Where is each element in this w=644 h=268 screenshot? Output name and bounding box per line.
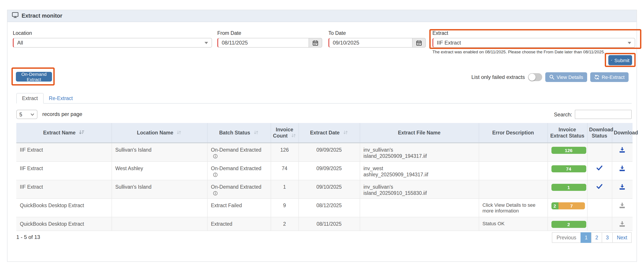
table-row[interactable]: QuickBooks Desktop Extract Extracted 2 0… [16, 217, 632, 230]
cell-extract-name: IIF Extract [16, 143, 112, 161]
pagination-next-button[interactable]: Next [612, 232, 632, 243]
to-date-input[interactable]: 09/10/2025 [328, 38, 412, 48]
status-badge: 2 [551, 220, 586, 228]
submit-label: Submit [614, 58, 630, 63]
download-button[interactable] [619, 165, 626, 172]
pagination: Previous 1 2 3 Next [552, 232, 632, 243]
cell-download [612, 143, 632, 161]
re-extract-button[interactable]: Re-Extract [590, 72, 628, 82]
cell-location-name: West Ashley [112, 161, 207, 180]
toggle-knob [528, 74, 535, 81]
extract-select-value: IIF Extract [437, 40, 461, 46]
location-select[interactable]: All [13, 38, 212, 48]
cell-extract-file-name: inv_sullivan's island_20250910_155830.ii… [360, 180, 479, 198]
download-button[interactable] [619, 184, 626, 191]
cell-error-description [479, 161, 548, 180]
extract-helper-text: The extract was enabled on 08/11/2025. P… [432, 49, 635, 54]
cell-error-description [479, 180, 548, 198]
cell-extract-date: 09/10/2025 [298, 180, 360, 198]
column-header-invoice-extract-status: Invoice Extract Status [548, 123, 587, 143]
chevron-down-icon [30, 113, 34, 116]
view-details-button[interactable]: View Details [545, 72, 587, 82]
failed-extracts-toggle-label: List only failed extracts [472, 74, 525, 80]
on-demand-extract-label: On-Demand Extract [18, 72, 49, 82]
on-demand-extract-button[interactable]: On-Demand Extract [16, 72, 52, 82]
view-details-label: View Details [556, 74, 583, 80]
cell-invoice-count: 126 [271, 143, 298, 161]
table-row[interactable]: IIF Extract Sullivan's Island On-Demand … [16, 180, 632, 198]
table-row[interactable]: IIF Extract Sullivan's Island On-Demand … [16, 143, 632, 161]
cell-extract-name: IIF Extract [16, 161, 112, 180]
download-button[interactable] [619, 202, 626, 210]
to-date-calendar-button[interactable] [412, 38, 426, 48]
pagination-info: 1 - 5 of 13 [16, 234, 40, 240]
to-date-filter: To Date 09/10/2025 [328, 30, 426, 48]
cell-extract-file-name: inv_west ashley_20250909_194317.iif [360, 161, 479, 180]
re-extract-label: Re-Extract [602, 74, 624, 80]
from-date-input[interactable]: 08/11/2025 [217, 38, 309, 48]
downloaded-check-icon [596, 184, 602, 189]
records-per-page-select[interactable]: 5 [16, 110, 38, 119]
pagination-page-3[interactable]: 3 [602, 232, 613, 243]
from-date-calendar-button[interactable] [309, 38, 322, 48]
column-header-extract-name[interactable]: Extract Name [16, 123, 112, 143]
failed-extracts-toggle[interactable] [528, 73, 542, 81]
column-header-location-name[interactable]: Location Name [112, 123, 207, 143]
info-icon[interactable] [213, 154, 218, 159]
column-header-invoice-count[interactable]: Invoice Count [271, 123, 298, 143]
to-date-value: 09/10/2025 [333, 40, 359, 46]
search-label: Search: [554, 111, 572, 118]
tab-extract[interactable]: Extract [16, 93, 44, 104]
pagination-previous-button[interactable]: Previous [552, 232, 581, 243]
download-button[interactable] [619, 220, 626, 228]
pagination-page-1[interactable]: 1 [581, 232, 592, 243]
records-per-page-value: 5 [20, 112, 22, 117]
list-action-bar: List only failed extracts View Details R… [472, 72, 628, 82]
cell-extract-date: 08/11/2025 [298, 217, 360, 230]
table-header-row: Extract Name Location Name [16, 123, 632, 143]
panel-title: Extract monitor [22, 13, 62, 19]
sort-both-icon [176, 130, 182, 135]
monitor-icon [12, 12, 18, 20]
sort-both-icon [291, 133, 296, 138]
column-header-extract-date[interactable]: Extract Date [298, 123, 360, 143]
cell-extract-file-name: inv_sullivan's island_20250909_194317.ii… [360, 143, 479, 161]
cell-extract-name: IIF Extract [16, 180, 112, 198]
cell-invoice-extract-status: 126 [548, 143, 587, 161]
column-header-download: Download [612, 123, 632, 143]
search-input[interactable] [575, 110, 632, 119]
refresh-icon [594, 74, 600, 80]
cell-location-name: Sullivan's Island [112, 143, 207, 161]
submit-button[interactable]: Submit [608, 55, 632, 65]
table-row[interactable]: IIF Extract West Ashley On-Demand Extrac… [16, 161, 632, 180]
info-icon[interactable] [213, 172, 218, 177]
location-filter: Location All [13, 30, 212, 48]
cell-download [612, 198, 632, 217]
column-header-error-description: Error Description [479, 123, 548, 143]
download-icon [619, 184, 626, 190]
cell-invoice-extract-status: 27 [548, 198, 587, 217]
column-header-batch-status[interactable]: Batch Status [207, 123, 271, 143]
info-icon[interactable] [213, 191, 218, 196]
cell-invoice-count: 74 [271, 161, 298, 180]
extract-select[interactable]: IIF Extract [432, 38, 635, 48]
cell-batch-status: Extract Failed [207, 198, 271, 217]
pagination-page-2[interactable]: 2 [591, 232, 602, 243]
downloaded-check-icon [596, 165, 602, 170]
download-icon [619, 147, 626, 153]
failed-count: 7 [558, 202, 585, 209]
status-badge-split: 27 [551, 202, 585, 209]
cell-download [612, 217, 632, 230]
from-date-filter: From Date 08/11/2025 [217, 30, 322, 48]
cell-location-name [112, 217, 207, 230]
cell-download-status [587, 198, 612, 217]
sort-both-icon [343, 130, 348, 135]
download-button[interactable] [619, 147, 626, 154]
tab-re-extract[interactable]: Re-Extract [44, 93, 78, 103]
cell-batch-status: On-Demand Extracted [207, 161, 271, 180]
status-badge: 74 [551, 165, 586, 172]
cell-batch-status: On-Demand Extracted [207, 180, 271, 198]
calendar-icon [416, 40, 422, 46]
extract-filter: Extract IIF Extract The extract was enab… [432, 30, 635, 54]
table-row[interactable]: QuickBooks Desktop Extract Extract Faile… [16, 198, 632, 217]
